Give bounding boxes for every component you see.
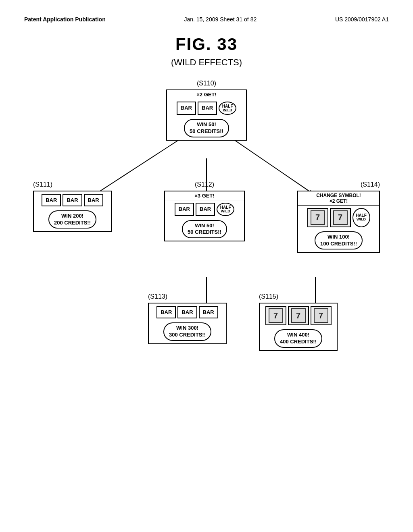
s111-win-line2: 200 CREDITS!! [54, 220, 91, 227]
s110-box: ×2 GET! BAR BAR HALFWILD WIN 50! 50 CRED… [166, 89, 247, 141]
s115-reels: 7 7 7 [263, 303, 334, 328]
s113-reel-1: BAR [156, 306, 176, 318]
s110-header: ×2 GET! [167, 90, 246, 99]
s111-box: BAR BAR BAR WIN 200! 200 CREDITS!! [33, 191, 112, 232]
s113-reels: BAR BAR BAR [154, 303, 221, 321]
header-right: US 2009/0017902 A1 [335, 16, 389, 23]
s115-win-line2: 400 CREDITS!! [280, 339, 317, 345]
s115-win-line1: WIN 400! [280, 332, 317, 339]
s112-label: (S112) [195, 181, 214, 188]
s115-reel-2: 7 [288, 306, 309, 325]
s111-reels: BAR BAR BAR [39, 191, 106, 209]
s113-section: (S113) BAR BAR BAR WIN 300! 300 CREDITS!… [148, 293, 227, 344]
s115-win: WIN 400! 400 CREDITS!! [274, 329, 322, 348]
s114-reel-1: 7 [307, 208, 328, 227]
page: Patent Application Publication Jan. 15, … [0, 0, 413, 532]
s114-win-line1: WIN 100! [320, 234, 357, 241]
s115-section: (S115) 7 7 7 WIN 400! 400 CREDITS!! [259, 293, 338, 351]
s111-win: WIN 200! 200 CREDITS!! [48, 210, 96, 229]
s114-win: WIN 100! 100 CREDITS!! [315, 231, 363, 250]
s110-win-line2: 50 CREDITS!! [190, 128, 223, 135]
s113-box: BAR BAR BAR WIN 300! 300 CREDITS!! [148, 303, 227, 344]
s111-label: (S111) [33, 181, 52, 188]
s112-box: ×3 GET! BAR BAR HALFWILD WIN 50! 50 CRED… [164, 191, 245, 242]
s110-reels: BAR BAR HALFWILD [174, 99, 239, 117]
s111-reel-2: BAR [63, 194, 82, 206]
s115-label: (S115) [259, 293, 278, 300]
s112-win: WIN 50! 50 CREDITS!! [182, 220, 227, 239]
s112-reel-1: BAR [175, 203, 194, 216]
figure-title: FIG. 33 [24, 35, 389, 54]
s112-win-line1: WIN 50! [188, 222, 221, 229]
s111-reel-1: BAR [42, 194, 61, 206]
s115-reel-1: 7 [265, 306, 286, 325]
s113-win: WIN 300! 300 CREDITS!! [163, 322, 211, 341]
s115-reel-3: 7 [311, 306, 332, 325]
s114-box: CHANGE SYMBOL! ×2 GET! 7 7 HALFWILD WIN … [297, 191, 380, 253]
s114-reel-2: 7 [330, 208, 351, 227]
s115-box: 7 7 7 WIN 400! 400 CREDITS!! [259, 303, 338, 351]
s112-reel-3: HALFWILD [217, 203, 234, 216]
s112-header: ×3 GET! [165, 191, 244, 200]
s112-reel-2: BAR [196, 203, 215, 216]
s113-win-line1: WIN 300! [169, 325, 206, 332]
s110-reel-2: BAR [198, 102, 217, 115]
s111-win-line1: WIN 200! [54, 213, 91, 220]
s111-reel-3: BAR [84, 194, 103, 206]
s113-win-line2: 300 CREDITS!! [169, 332, 206, 339]
s110-reel-1: BAR [177, 102, 196, 115]
s114-header: CHANGE SYMBOL! ×2 GET! [298, 191, 379, 206]
s112-reels: BAR BAR HALFWILD [172, 200, 237, 218]
s110-label: (S110) [197, 80, 216, 87]
s113-reel-2: BAR [177, 306, 197, 318]
header-center: Jan. 15, 2009 Sheet 31 of 82 [184, 16, 257, 23]
s110-win: WIN 50! 50 CREDITS!! [184, 119, 229, 137]
s110-reel-3: HALFWILD [219, 102, 236, 115]
header-left: Patent Application Publication [24, 16, 106, 23]
header: Patent Application Publication Jan. 15, … [24, 16, 389, 23]
s112-win-line2: 50 CREDITS!! [188, 229, 221, 236]
s114-label: (S114) [361, 181, 380, 188]
s113-reel-3: BAR [199, 306, 218, 318]
s110-win-line1: WIN 50! [190, 121, 223, 128]
s114-reel-3: HALFWILD [353, 208, 370, 227]
s111-section: (S111) BAR BAR BAR WIN 200! 200 CREDITS!… [33, 181, 112, 232]
s113-label: (S113) [148, 293, 167, 300]
s114-win-line2: 100 CREDITS!! [320, 241, 357, 247]
s114-section: (S114) CHANGE SYMBOL! ×2 GET! 7 7 HALFWI… [297, 181, 380, 253]
diagram-wrapper: (S110) ×2 GET! BAR BAR HALFWILD WIN 50! … [33, 80, 380, 351]
s114-reels: 7 7 HALFWILD [305, 206, 373, 230]
s112-section: (S112) ×3 GET! BAR BAR HALFWILD WIN 50! … [164, 181, 245, 242]
figure-subtitle: (WILD EFFECTS) [24, 57, 389, 68]
